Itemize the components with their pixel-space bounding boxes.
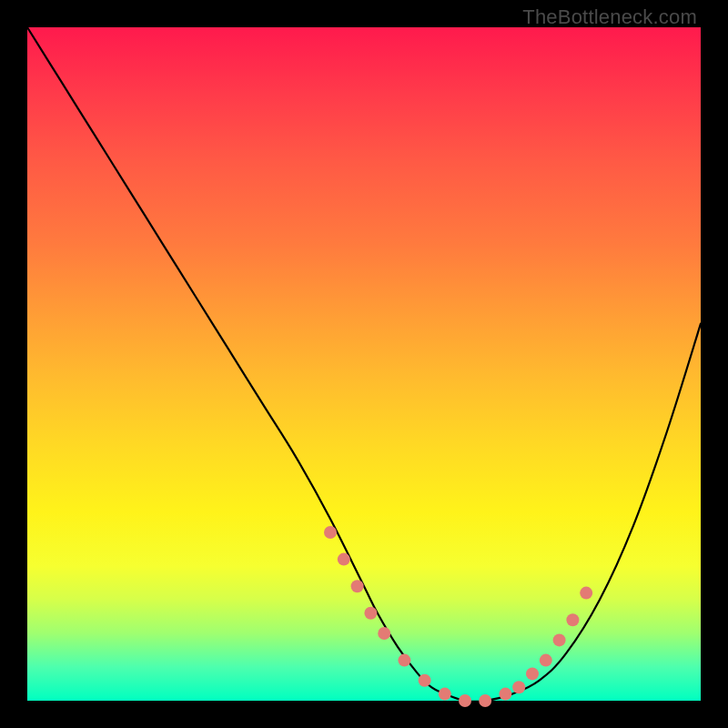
highlight-dots-group	[324, 526, 592, 707]
highlight-dot	[459, 694, 471, 707]
highlight-dot	[553, 633, 566, 646]
plot-area	[27, 27, 701, 701]
highlight-dot	[499, 688, 511, 701]
highlight-dot	[378, 627, 390, 640]
highlight-dot	[324, 526, 337, 539]
highlight-dot	[512, 681, 525, 693]
highlight-dot	[364, 607, 377, 620]
highlight-dot	[351, 580, 364, 592]
highlight-dot	[479, 694, 491, 707]
highlight-dot	[580, 587, 592, 600]
highlight-dot	[398, 654, 410, 667]
watermark-text: TheBottleneck.com	[522, 5, 697, 29]
highlight-dot	[439, 688, 451, 701]
chart-svg	[27, 27, 701, 701]
highlight-dot	[419, 674, 431, 687]
chart-frame: TheBottleneck.com	[0, 0, 728, 728]
highlight-dot	[540, 654, 552, 667]
highlight-dot	[566, 613, 579, 626]
bottleneck-curve	[27, 27, 701, 702]
highlight-dot	[526, 667, 539, 680]
highlight-dot	[338, 553, 350, 566]
